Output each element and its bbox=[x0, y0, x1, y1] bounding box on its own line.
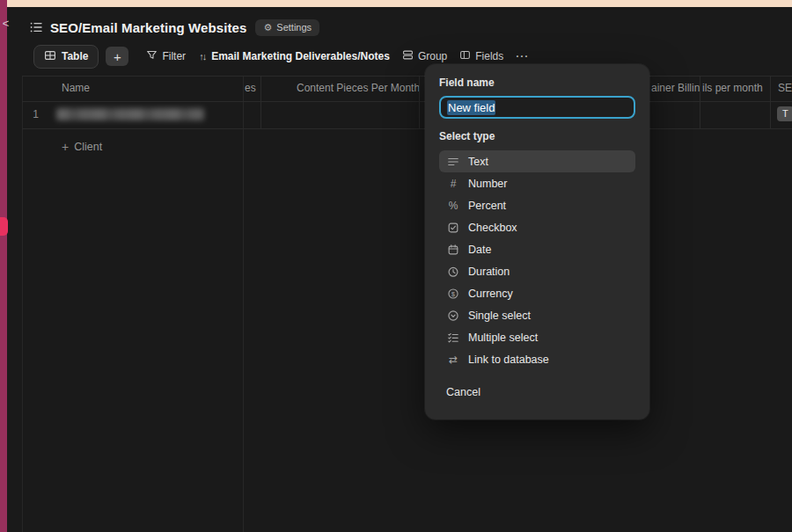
group-button[interactable]: Group bbox=[402, 49, 447, 63]
percent-icon: % bbox=[446, 200, 460, 212]
page-title: SEO/Email Marketing Websites bbox=[50, 20, 246, 35]
add-client-label: Client bbox=[74, 141, 102, 153]
type-option-duration[interactable]: Duration bbox=[439, 260, 635, 282]
field-name-label: Field name bbox=[439, 77, 635, 90]
column-header-emails-per-month[interactable]: ils per month bbox=[702, 77, 767, 100]
gear-icon: ⚙ bbox=[263, 22, 272, 33]
sort-arrows-icon: ↑↓ bbox=[199, 51, 205, 62]
column-divider bbox=[700, 77, 700, 101]
filter-button[interactable]: Filter bbox=[146, 49, 186, 63]
number-icon: # bbox=[446, 178, 460, 190]
table-view-label: Table bbox=[62, 50, 88, 62]
type-option-label: Multiple select bbox=[468, 332, 538, 344]
table-row[interactable]: 1 T bbox=[22, 100, 792, 129]
text-icon bbox=[446, 156, 460, 168]
type-option-label: Text bbox=[468, 156, 488, 168]
sort-button[interactable]: ↑↓ Email Marketing Deliverables/Notes bbox=[199, 50, 390, 62]
dollar-circle-icon: $ bbox=[446, 288, 460, 300]
table-left-border bbox=[22, 76, 23, 532]
column-divider bbox=[419, 100, 420, 128]
type-option-label: Number bbox=[468, 178, 507, 190]
field-name-value: New field bbox=[447, 100, 495, 115]
type-option-single-select[interactable]: Single select bbox=[439, 304, 635, 326]
settings-label: Settings bbox=[276, 22, 312, 33]
type-option-label: Checkbox bbox=[468, 222, 517, 234]
type-option-text[interactable]: Text bbox=[439, 150, 635, 172]
type-option-label: Currency bbox=[468, 288, 513, 300]
checkbox-icon bbox=[446, 222, 460, 234]
type-option-link-to-database[interactable]: ⇄ Link to database bbox=[439, 348, 635, 370]
fields-label: Fields bbox=[475, 50, 503, 62]
type-option-label: Date bbox=[468, 244, 491, 256]
bulleted-list-icon bbox=[29, 20, 43, 34]
type-option-label: Link to database bbox=[468, 353, 549, 366]
database-page: SEO/Email Marketing Websites ⚙ Settings … bbox=[7, 7, 792, 532]
field-name-input[interactable]: New field bbox=[439, 96, 635, 119]
type-option-label: Duration bbox=[468, 266, 510, 278]
column-divider bbox=[260, 100, 261, 128]
table-header-row: Name es Content Pieces Per Month ainer B… bbox=[22, 76, 792, 102]
fields-columns-icon bbox=[459, 49, 471, 63]
type-option-label: Single select bbox=[468, 310, 531, 322]
column-header-name[interactable]: Name bbox=[62, 77, 90, 100]
group-icon bbox=[402, 49, 414, 63]
name-column-divider bbox=[243, 76, 244, 532]
browser-top-strip bbox=[7, 0, 792, 7]
new-field-popover: Field name New field Select type Text # … bbox=[425, 64, 649, 419]
column-divider bbox=[419, 77, 420, 101]
field-type-list: Text # Number % Percent Checkbox bbox=[439, 150, 635, 370]
column-divider bbox=[260, 77, 261, 101]
seo-tag-chip[interactable]: T bbox=[777, 106, 792, 121]
column-header-retainer-billing[interactable]: ainer Billing bbox=[651, 77, 700, 100]
type-option-checkbox[interactable]: Checkbox bbox=[439, 216, 635, 238]
type-option-multiple-select[interactable]: Multiple select bbox=[439, 326, 635, 348]
single-select-icon bbox=[446, 310, 460, 322]
collapse-sidebar-icon[interactable]: < bbox=[0, 16, 11, 32]
table-icon bbox=[44, 49, 56, 64]
column-divider bbox=[770, 100, 771, 128]
group-label: Group bbox=[418, 50, 447, 62]
column-divider bbox=[770, 77, 771, 101]
clock-icon bbox=[446, 266, 460, 278]
app-window: < SEO/Email Marketing Websites ⚙ Setting… bbox=[0, 0, 792, 532]
title-bar: SEO/Email Marketing Websites ⚙ Settings bbox=[29, 16, 319, 39]
column-header-seo[interactable]: SE bbox=[778, 77, 792, 100]
sidebar-pin-tab[interactable] bbox=[0, 217, 8, 236]
plus-icon: + bbox=[62, 140, 69, 154]
row-number: 1 bbox=[22, 100, 49, 128]
type-option-percent[interactable]: % Percent bbox=[439, 194, 635, 216]
filter-label: Filter bbox=[162, 50, 186, 62]
column-divider bbox=[700, 100, 700, 128]
browser-left-strip bbox=[0, 0, 7, 532]
table-view-button[interactable]: Table bbox=[33, 45, 99, 69]
column-header-content-pieces[interactable]: Content Pieces Per Month bbox=[297, 77, 420, 100]
filter-funnel-icon bbox=[146, 49, 158, 63]
type-option-date[interactable]: Date bbox=[439, 238, 635, 260]
type-option-label: Percent bbox=[468, 200, 506, 212]
link-arrows-icon: ⇄ bbox=[446, 353, 460, 366]
add-view-button[interactable]: + bbox=[106, 47, 128, 66]
type-option-number[interactable]: # Number bbox=[439, 172, 635, 194]
more-options-button[interactable]: ⋯ bbox=[515, 52, 528, 61]
type-option-currency[interactable]: $ Currency bbox=[439, 282, 635, 304]
calendar-icon bbox=[446, 244, 460, 256]
settings-button[interactable]: ⚙ Settings bbox=[255, 19, 319, 36]
column-header-truncated[interactable]: es bbox=[245, 77, 260, 100]
cancel-button[interactable]: Cancel bbox=[439, 385, 635, 399]
svg-text:$: $ bbox=[451, 290, 455, 297]
client-name-redacted bbox=[56, 108, 204, 120]
fields-button[interactable]: Fields bbox=[459, 49, 503, 63]
select-type-label: Select type bbox=[439, 130, 635, 143]
sort-label: Email Marketing Deliverables/Notes bbox=[211, 50, 390, 62]
add-client-row-button[interactable]: + Client bbox=[62, 140, 102, 154]
multiple-select-icon bbox=[446, 332, 460, 344]
